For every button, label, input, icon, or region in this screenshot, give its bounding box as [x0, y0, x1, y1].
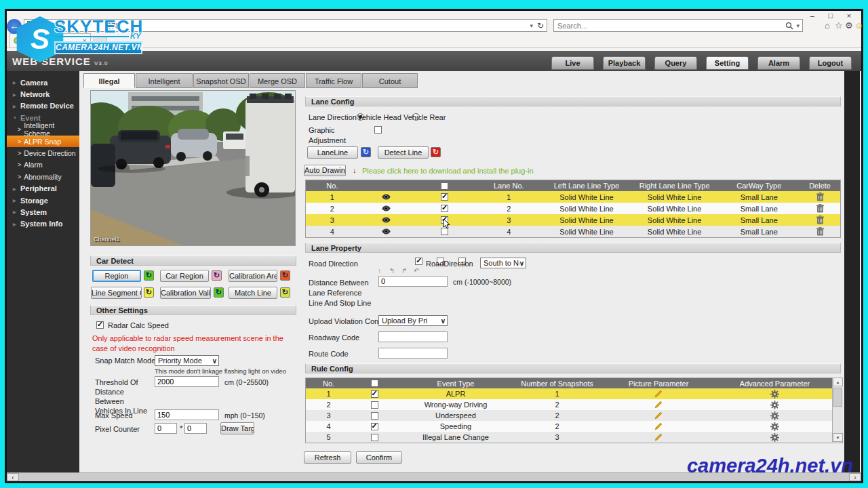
pencil-icon[interactable]	[600, 410, 717, 421]
sidebar-item-abnormality[interactable]: >Abnormality	[7, 171, 79, 182]
road-direction-select[interactable]: South to Nort ∨	[480, 258, 526, 268]
gear-icon[interactable]	[717, 410, 833, 421]
sidebar-item-alarm[interactable]: >Alarm	[7, 159, 79, 171]
tab-merge-osd[interactable]: Merge OSD	[250, 73, 305, 88]
home-icon[interactable]: ⌂	[825, 20, 830, 30]
route-code-input[interactable]	[378, 348, 448, 359]
scroll-up-icon[interactable]: ▲	[833, 378, 843, 386]
nav-playback[interactable]: Playback	[603, 56, 646, 70]
sidebar-item-camera[interactable]: ▶Camera	[7, 77, 79, 88]
confirm-button[interactable]: Confirm	[356, 451, 402, 464]
tab-snapshot-osd[interactable]: Snapshot OSD	[193, 73, 249, 88]
eye-icon[interactable]	[359, 191, 414, 203]
search-icon[interactable]	[785, 22, 793, 30]
plugin-download-link[interactable]: Please click here to download and instal…	[362, 167, 534, 175]
auto-drawing-button[interactable]: Auto Drawing	[304, 165, 346, 176]
pixel-counter-y-input[interactable]	[184, 423, 207, 434]
direction-straight-checkbox[interactable]	[415, 258, 422, 265]
max-speed-input[interactable]	[155, 409, 219, 420]
feedback-smiley-icon[interactable]: ☺	[854, 20, 863, 30]
radar-calc-speed-checkbox[interactable]	[96, 321, 104, 329]
close-button[interactable]: ×	[841, 12, 857, 20]
select-all-checkbox[interactable]	[441, 182, 448, 190]
pencil-icon[interactable]	[600, 388, 717, 399]
graphic-adjustment-checkbox[interactable]	[374, 126, 382, 134]
rule-checkbox[interactable]	[371, 412, 378, 420]
rule-checkbox[interactable]	[371, 390, 378, 398]
rule-checkbox[interactable]	[371, 423, 378, 430]
rule-checkbox[interactable]	[371, 401, 378, 409]
calibration-area-redraw-icon[interactable]: ↻	[280, 270, 290, 281]
eye-icon[interactable]	[359, 226, 414, 237]
nav-setting[interactable]: Setting	[706, 56, 749, 70]
upload-violation-select[interactable]: Upload By Pri ∨	[378, 315, 448, 326]
distance-input[interactable]	[378, 276, 448, 287]
rule-table-scrollbar[interactable]: ▲ ▼	[832, 378, 843, 442]
gear-icon[interactable]	[717, 421, 833, 432]
detect-line-button[interactable]: Detect Line	[378, 146, 429, 159]
laneline-redraw-icon[interactable]: ↻	[361, 147, 371, 157]
sidebar-item-intelligent-scheme[interactable]: >Intelligent Scheme	[7, 124, 79, 136]
refresh-page-icon[interactable]: ↻	[537, 21, 544, 30]
gear-icon[interactable]	[717, 432, 833, 443]
scroll-down-icon[interactable]: ▼	[833, 433, 843, 442]
search-input[interactable]	[554, 22, 785, 30]
gear-icon[interactable]	[717, 399, 833, 410]
car-region-redraw-icon[interactable]: ↻	[212, 270, 222, 281]
lane-checkbox[interactable]	[441, 205, 448, 212]
sidebar-item-storage[interactable]: ▶Storage	[7, 195, 79, 206]
pencil-icon[interactable]	[600, 432, 717, 443]
trash-icon[interactable]	[800, 226, 840, 237]
nav-query[interactable]: Query	[654, 56, 697, 70]
car-region-button[interactable]: Car Region	[160, 270, 209, 282]
maximize-button[interactable]: □	[823, 12, 839, 20]
trash-icon[interactable]	[800, 191, 840, 203]
detect-line-redraw-icon[interactable]: ↻	[431, 147, 441, 157]
tab-intelligent-analysis[interactable]: Intelligent Analysis	[136, 73, 193, 88]
region-redraw-icon[interactable]: ↻	[144, 270, 154, 281]
calibration-valid-button[interactable]: Calibration Valid...	[160, 287, 211, 299]
calibration-area-button[interactable]: Calibration Area	[229, 270, 277, 282]
sidebar-item-system-info[interactable]: ▶System Info	[7, 218, 79, 230]
threshold-input[interactable]	[155, 376, 219, 387]
draw-target-button[interactable]: Draw Target	[220, 422, 254, 434]
nav-alarm[interactable]: Alarm	[757, 56, 800, 70]
favorites-star-icon[interactable]: ☆	[835, 20, 843, 30]
sidebar-item-system[interactable]: ▶System	[7, 206, 79, 218]
sidebar-item-network[interactable]: ▶Network	[7, 88, 79, 100]
sidebar-item-device-direction[interactable]: >Device Direction	[7, 147, 79, 159]
sidebar-item-remote-device[interactable]: ▶Remote Device	[7, 100, 79, 112]
snap-match-mode-select[interactable]: Priority Mode ∨	[155, 355, 219, 366]
pencil-icon[interactable]	[600, 399, 717, 410]
tab-cutout[interactable]: Cutout	[362, 73, 418, 88]
refresh-button[interactable]: Refresh	[304, 451, 351, 464]
roadway-code-input[interactable]	[378, 331, 448, 342]
scrollbar-thumb[interactable]	[833, 388, 842, 407]
sidebar-item-peripheral[interactable]: ▶Peripheral	[7, 183, 79, 195]
tab-illegal-capture[interactable]: Illegal Capture	[83, 73, 135, 88]
lane-checkbox[interactable]	[441, 193, 448, 201]
scroll-left-icon[interactable]: ‹	[7, 473, 19, 481]
calibration-valid-redraw-icon[interactable]: ↻	[214, 287, 224, 298]
nav-logout[interactable]: Logout	[809, 56, 852, 70]
eye-icon[interactable]	[359, 214, 414, 226]
eye-icon[interactable]	[359, 203, 414, 214]
match-line-button[interactable]: Match Line	[229, 287, 277, 299]
select-all-checkbox[interactable]	[371, 380, 378, 387]
trash-icon[interactable]	[800, 203, 840, 214]
laneline-button[interactable]: LaneLine	[307, 146, 358, 159]
line-segment-redraw-icon[interactable]: ↻	[144, 287, 154, 298]
match-line-redraw-icon[interactable]: ↻	[280, 287, 290, 298]
search-caret-icon[interactable]: ▾	[796, 22, 800, 29]
settings-gear-icon[interactable]: ⚙	[845, 20, 853, 30]
pencil-icon[interactable]	[600, 421, 717, 432]
region-button[interactable]: Region	[92, 270, 141, 282]
nav-live[interactable]: Live	[551, 56, 594, 70]
line-segment-button[interactable]: Line Segment C...	[91, 287, 142, 299]
tab-traffic-flow[interactable]: Traffic Flow	[306, 73, 361, 88]
minimize-button[interactable]: –	[804, 12, 821, 20]
pixel-counter-x-input[interactable]	[155, 423, 177, 434]
rule-checkbox[interactable]	[371, 434, 378, 441]
gear-icon[interactable]	[717, 388, 833, 399]
video-preview[interactable]: Channel1	[90, 90, 296, 246]
